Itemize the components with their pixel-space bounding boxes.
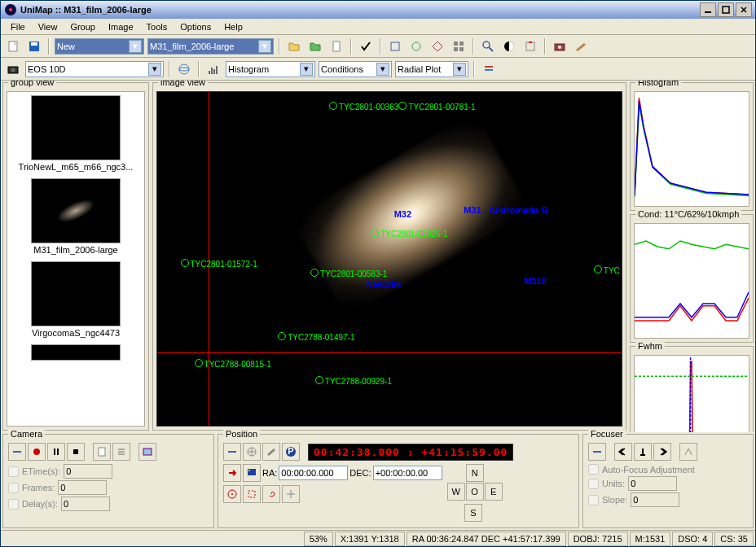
- toolbar-primary: New▾ M31_film_2006-large▾: [1, 35, 755, 58]
- histogram-chart[interactable]: [634, 91, 749, 207]
- svg-rect-2: [705, 11, 711, 13]
- menu-help[interactable]: Help: [218, 20, 249, 33]
- grid-icon[interactable]: [450, 37, 468, 55]
- close-button[interactable]: [736, 2, 752, 17]
- units-label: Units:: [602, 479, 625, 488]
- menu-view[interactable]: View: [32, 20, 64, 33]
- combo-histogram[interactable]: Histogram▾: [226, 61, 315, 77]
- svg-rect-31: [57, 449, 59, 455]
- camera-icon[interactable]: [4, 60, 22, 78]
- dec-label: DEC:: [349, 468, 371, 478]
- list-icon[interactable]: [112, 443, 130, 461]
- image-icon[interactable]: [138, 443, 156, 461]
- folder-icon[interactable]: [306, 37, 324, 55]
- center-icon[interactable]: [223, 485, 241, 503]
- tool-b-icon[interactable]: [407, 37, 425, 55]
- focuser-connect-icon[interactable]: [588, 443, 606, 461]
- tool-c-icon[interactable]: [429, 37, 446, 55]
- slope-field: 0: [631, 492, 679, 507]
- status-xy: X:1391 Y:1318: [335, 532, 405, 546]
- combo-radial[interactable]: Radial Plot▾: [395, 61, 468, 77]
- conditions-chart[interactable]: [634, 223, 749, 339]
- menu-tools[interactable]: Tools: [140, 20, 174, 33]
- thumbnail-image: [31, 344, 121, 361]
- slope-checkbox: [588, 495, 599, 505]
- compass-e[interactable]: E: [485, 483, 503, 501]
- pause-icon[interactable]: [47, 443, 65, 461]
- connect-icon[interactable]: [8, 443, 26, 461]
- combo-camera[interactable]: EOS 10D▾: [25, 61, 164, 77]
- thumbnail-item[interactable]: M31_film_2006-large: [11, 178, 141, 255]
- telescope-icon[interactable]: [572, 37, 590, 55]
- svg-rect-32: [73, 449, 78, 454]
- focus-stop-icon[interactable]: [634, 443, 652, 461]
- pos-park-icon[interactable]: P: [282, 443, 300, 461]
- svg-point-20: [11, 68, 15, 72]
- spiral-icon[interactable]: [262, 485, 280, 503]
- menu-options[interactable]: Options: [174, 20, 218, 33]
- record-icon[interactable]: [28, 443, 46, 461]
- combo-file[interactable]: M31_film_2006-large▾: [147, 38, 274, 55]
- contrast-icon[interactable]: [500, 37, 518, 55]
- compass-w[interactable]: W: [447, 483, 465, 501]
- thumbnail-item[interactable]: VirgocomaS_ngc4473: [11, 261, 141, 338]
- svg-rect-16: [526, 42, 534, 50]
- focus-auto-icon[interactable]: [679, 443, 697, 461]
- select-icon[interactable]: [243, 485, 261, 503]
- units-checkbox: [588, 479, 599, 489]
- pos-connect-icon[interactable]: [223, 443, 241, 461]
- export-icon[interactable]: [521, 37, 539, 55]
- etime-label: ETime(s):: [22, 466, 60, 476]
- coords-display: 00:42:38.000 : +41:15:59.00: [308, 444, 513, 461]
- stop-icon[interactable]: [67, 443, 85, 461]
- menu-file[interactable]: File: [4, 20, 32, 33]
- focus-out-icon[interactable]: [653, 443, 671, 461]
- pos-scope-icon[interactable]: [262, 443, 280, 461]
- status-m: M:1531: [630, 532, 671, 546]
- new-icon[interactable]: [4, 37, 22, 55]
- pos-target-icon[interactable]: [243, 443, 261, 461]
- combo-conditions[interactable]: Conditions▾: [319, 61, 392, 77]
- ra-input[interactable]: [279, 466, 348, 480]
- svg-rect-28: [485, 69, 493, 71]
- globe-icon[interactable]: [175, 60, 193, 78]
- goto-icon[interactable]: [223, 464, 241, 482]
- astro-image[interactable]: TYC2801-00363TYC2801-00781-1TYC2801-0202…: [156, 91, 622, 427]
- titlebar: UniMap :: M31_film_2006-large: [1, 1, 755, 19]
- tool-a-icon[interactable]: [386, 37, 404, 55]
- thumbnail-list[interactable]: TrioNewL_m65_m66_ngc3... M31_film_2006-l…: [7, 91, 145, 427]
- camera-tool-icon[interactable]: [551, 37, 569, 55]
- fwhm-panel: Fwhm: [630, 346, 754, 432]
- focus-in-icon[interactable]: [614, 443, 632, 461]
- minimize-button[interactable]: [700, 2, 716, 17]
- compass-o[interactable]: O: [466, 483, 484, 501]
- fwhm-chart[interactable]: [634, 355, 749, 432]
- conditions-panel: Cond: 11°C/62%/10kmph: [630, 214, 754, 343]
- folder-open-icon[interactable]: [285, 37, 303, 55]
- compass-s[interactable]: S: [464, 504, 482, 522]
- zoom-icon[interactable]: [479, 37, 497, 55]
- etime-checkbox: [8, 466, 19, 477]
- menu-group[interactable]: Group: [64, 20, 102, 33]
- document-icon[interactable]: [327, 37, 345, 55]
- thumbnail-item[interactable]: [11, 344, 141, 361]
- star-label: TYC2801-00781-1: [398, 102, 475, 112]
- dec-input[interactable]: [373, 466, 442, 480]
- settings-icon[interactable]: [480, 60, 498, 78]
- menu-image[interactable]: Image: [102, 20, 140, 33]
- statusbar: 53% X:1391 Y:1318 RA 00:36:24.847 DEC +4…: [1, 530, 755, 546]
- check-icon[interactable]: [357, 37, 375, 55]
- script-icon[interactable]: [93, 443, 111, 461]
- histogram-icon[interactable]: [204, 60, 222, 78]
- svg-point-14: [483, 42, 490, 48]
- fwhm-label: Fwhm: [635, 341, 665, 351]
- save-icon[interactable]: [25, 37, 43, 55]
- thumbnail-item[interactable]: TrioNewL_m65_m66_ngc3...: [11, 95, 141, 172]
- combo-new[interactable]: New▾: [55, 38, 144, 55]
- svg-point-41: [231, 493, 233, 495]
- compass-n[interactable]: N: [466, 464, 484, 482]
- flag-icon[interactable]: [243, 464, 261, 482]
- window-title: UniMap :: M31_film_2006-large: [20, 5, 700, 15]
- maximize-button[interactable]: [718, 2, 734, 17]
- crosshair-icon[interactable]: [282, 485, 300, 503]
